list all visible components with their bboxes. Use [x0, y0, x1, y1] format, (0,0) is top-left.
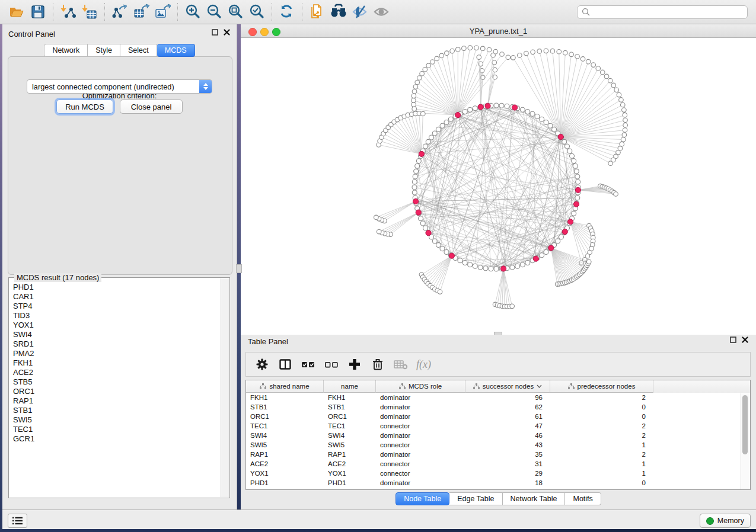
- show-columns-icon[interactable]: [277, 357, 293, 372]
- mcds-result-item[interactable]: PHD1: [9, 283, 220, 292]
- find-icon[interactable]: [328, 2, 349, 22]
- status-bar: Memory: [2, 509, 756, 529]
- toolbar-search[interactable]: [577, 5, 748, 19]
- run-mcds-button[interactable]: Run MCDS: [56, 100, 113, 114]
- tab-mcds[interactable]: MCDS: [157, 44, 195, 57]
- node-table[interactable]: shared namenameMCDS rolesuccessor nodesp…: [245, 380, 751, 490]
- column-header-predecessor-nodes[interactable]: predecessor nodes: [550, 380, 653, 393]
- cell-name: SWI5: [324, 441, 376, 448]
- table-row[interactable]: STB1STB1dominator620: [246, 402, 750, 412]
- mcds-result-item[interactable]: RAP1: [9, 396, 220, 406]
- cell-mcds-role: dominator: [376, 403, 465, 411]
- cell-mcds-role: dominator: [376, 479, 465, 486]
- column-header-shared-name[interactable]: shared name: [246, 380, 324, 393]
- tab-node-table[interactable]: Node Table: [395, 492, 449, 505]
- show-all-icon[interactable]: [371, 2, 392, 22]
- refresh-icon[interactable]: [276, 2, 298, 22]
- zoom-selected-icon[interactable]: [246, 2, 267, 22]
- table-scrollbar-thumb[interactable]: [742, 395, 748, 454]
- table-row[interactable]: PHD1PHD1dominator180: [246, 478, 750, 488]
- close-panel-icon[interactable]: [742, 336, 748, 343]
- mcds-result-item[interactable]: ACE2: [9, 368, 220, 377]
- column-header-name[interactable]: name: [324, 380, 376, 393]
- tab-network-table[interactable]: Network Table: [503, 492, 566, 505]
- tab-edge-table[interactable]: Edge Table: [449, 492, 502, 505]
- tab-network[interactable]: Network: [44, 44, 88, 57]
- network-canvas[interactable]: [241, 38, 756, 335]
- mcds-result-item[interactable]: FKH1: [9, 358, 220, 368]
- mcds-result-item[interactable]: ORC1: [9, 387, 220, 396]
- table-row[interactable]: ORC1ORC1dominator610: [246, 412, 750, 421]
- select-all-icon[interactable]: [301, 357, 316, 372]
- cell-shared-name: RAP1: [246, 451, 324, 458]
- zoom-in-icon[interactable]: [182, 2, 203, 22]
- mcds-result-item[interactable]: SWI5: [9, 415, 220, 425]
- zoom-out-icon[interactable]: [203, 2, 225, 22]
- close-panel-icon[interactable]: [224, 29, 230, 36]
- table-row[interactable]: ACE2ACE2connector311: [246, 459, 750, 469]
- mcds-result-item[interactable]: SWI4: [9, 330, 220, 339]
- add-column-icon[interactable]: [347, 357, 362, 372]
- memory-label: Memory: [717, 517, 744, 525]
- float-window-icon[interactable]: [212, 29, 218, 36]
- table-row[interactable]: SWI4SWI4dominator462: [246, 431, 750, 440]
- delete-column-trash-icon[interactable]: [370, 357, 385, 372]
- task-history-button[interactable]: [8, 514, 27, 528]
- tab-select[interactable]: Select: [120, 44, 157, 57]
- deselect-all-icon[interactable]: [324, 357, 339, 372]
- mcds-result-item[interactable]: TID3: [9, 311, 220, 321]
- cell-name: STB1: [324, 403, 376, 411]
- vertical-splitter-handle[interactable]: [236, 264, 242, 273]
- mcds-result-item[interactable]: TEC1: [9, 425, 220, 434]
- mcds-result-item[interactable]: STP4: [9, 302, 220, 311]
- import-table-icon[interactable]: [79, 2, 100, 22]
- mcds-result-item[interactable]: CAR1: [9, 292, 220, 302]
- table-row[interactable]: SWI5SWI5connector431: [246, 440, 750, 450]
- mcds-result-box: MCDS result (17 nodes) PHD1CAR1STP4TID3Y…: [8, 277, 230, 498]
- network-titlebar[interactable]: YPA_prune.txt_1: [241, 24, 756, 38]
- save-session-icon[interactable]: [27, 2, 49, 22]
- export-table-icon[interactable]: [130, 2, 152, 22]
- cell-successor-nodes: 61: [465, 413, 550, 420]
- table-row[interactable]: TEC1TEC1connector472: [246, 421, 750, 431]
- cell-shared-name: SWI4: [246, 432, 324, 439]
- sort-chevron-icon: [537, 384, 542, 388]
- table-scrollbar[interactable]: [741, 393, 749, 489]
- float-window-icon[interactable]: [730, 336, 736, 343]
- zoom-fit-icon[interactable]: [225, 2, 246, 22]
- mcds-result-item[interactable]: SRD1: [9, 339, 220, 349]
- tab-style[interactable]: Style: [88, 44, 120, 57]
- close-panel-button[interactable]: Close panel: [120, 100, 183, 114]
- mcds-result-item[interactable]: PMA2: [9, 349, 220, 358]
- column-header-successor-nodes[interactable]: successor nodes: [465, 380, 550, 393]
- export-image-icon[interactable]: [152, 2, 173, 22]
- hide-selected-icon[interactable]: [349, 2, 371, 22]
- cell-predecessor-nodes: 2: [550, 394, 653, 401]
- tab-motifs[interactable]: Motifs: [565, 492, 601, 505]
- task-list-icon: [12, 517, 23, 525]
- criterion-dropdown[interactable]: largest connected component (undirected): [27, 79, 212, 94]
- table-settings-gear-icon[interactable]: [254, 357, 270, 372]
- mcds-result-item[interactable]: GCR1: [9, 434, 220, 444]
- network-graph: [241, 38, 756, 335]
- delete-table-icon-disabled: [393, 357, 409, 372]
- search-input[interactable]: [591, 6, 747, 18]
- open-file-icon[interactable]: [6, 2, 27, 22]
- toolbar-separator: [177, 3, 178, 21]
- cell-predecessor-nodes: 1: [550, 460, 653, 467]
- export-network-icon[interactable]: [109, 2, 130, 22]
- memory-button[interactable]: Memory: [700, 514, 751, 528]
- mcds-result-item[interactable]: STB1: [9, 406, 220, 415]
- table-row[interactable]: FKH1FKH1dominator962: [246, 393, 750, 402]
- table-panel-title: Table Panel: [248, 337, 288, 346]
- toolbar-separator: [53, 3, 53, 21]
- mcds-result-item[interactable]: YOX1: [9, 321, 220, 330]
- mcds-result-item[interactable]: STB5: [9, 377, 220, 387]
- import-network-icon[interactable]: [58, 2, 79, 22]
- table-row[interactable]: YOX1YOX1connector291: [246, 469, 750, 478]
- share-document-icon[interactable]: [307, 2, 328, 22]
- toolbar-separator: [272, 3, 272, 21]
- column-header-mcds-role[interactable]: MCDS role: [376, 380, 465, 393]
- table-row[interactable]: RAP1RAP1dominator352: [246, 450, 750, 459]
- mcds-scrollbar[interactable]: [221, 278, 229, 497]
